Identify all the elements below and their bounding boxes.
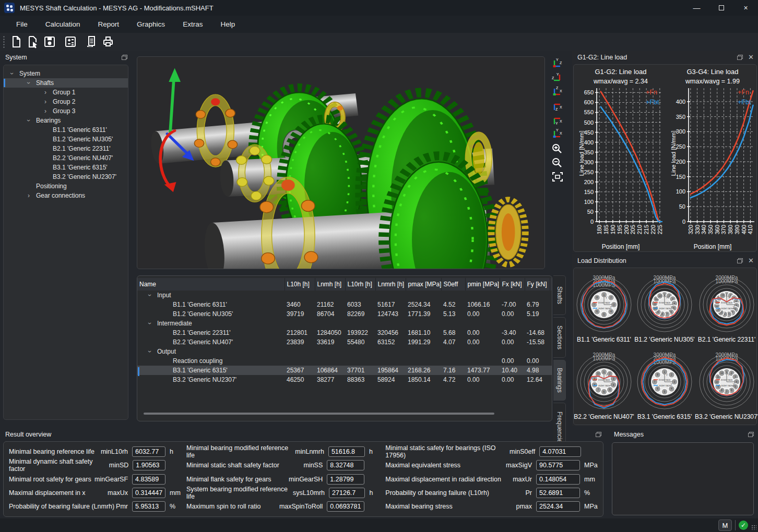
tree-item-bearings[interactable]: ›Bearings — [4, 116, 128, 125]
column-header[interactable]: L10h [h] — [285, 278, 315, 291]
result-value-field[interactable]: 90.5775 — [536, 460, 580, 470]
table-row[interactable]: B1.2 'Generic NU305'39719867048226912474… — [137, 309, 552, 319]
tree-item-gear-connections[interactable]: ›Gear connections — [4, 191, 128, 200]
save-file-button[interactable] — [42, 34, 57, 49]
tree-item-b1-1-generic-6311[interactable]: B1.1 'Generic 6311' — [4, 125, 128, 135]
result-value-field[interactable]: 5.95313 — [132, 501, 165, 512]
result-value-field[interactable]: 4.83589 — [132, 474, 165, 485]
view-zy-button[interactable]: ZY — [549, 71, 565, 84]
table-row[interactable]: B2.2 'Generic NU407'23839336195548063152… — [137, 337, 552, 347]
column-header[interactable]: pmax [MPa] — [406, 278, 441, 291]
view-yz-button[interactable]: YZ — [549, 57, 565, 70]
column-header[interactable]: S0eff — [441, 278, 465, 291]
tree-item-b2-1-generic-22311[interactable]: B2.1 'Generic 22311' — [4, 144, 128, 153]
tree-item-group-1[interactable]: ›Group 1 — [4, 88, 128, 97]
tree-item-group-3[interactable]: ›Group 3 — [4, 106, 128, 116]
report-button[interactable] — [84, 34, 99, 49]
result-value-field[interactable]: 27126.7 — [329, 488, 365, 498]
chevron-right-icon[interactable]: › — [42, 89, 49, 96]
chevron-right-icon[interactable]: › — [42, 98, 49, 105]
maximize-button[interactable] — [709, 0, 733, 16]
tree-item-positioning[interactable]: Positioning — [4, 182, 128, 191]
float-panel-icon[interactable] — [748, 432, 754, 437]
tree-item-b3-2-generic-nu2307[interactable]: B3.2 'Generic NU2307' — [4, 172, 128, 182]
chevron-right-icon[interactable]: › — [42, 107, 49, 115]
view-xz-button[interactable]: ZX — [549, 100, 565, 113]
float-panel-icon[interactable] — [737, 55, 743, 60]
tree-item-b3-1-generic-6315[interactable]: B3.1 'Generic 6315' — [4, 163, 128, 172]
column-header[interactable]: Name — [137, 278, 285, 291]
menu-extras[interactable]: Extras — [174, 17, 211, 31]
chevron-down-icon[interactable]: › — [146, 292, 153, 298]
zoom-fit-button[interactable] — [549, 170, 565, 183]
tree-item-shafts[interactable]: ›Shafts — [4, 78, 128, 88]
column-header[interactable]: pmin [MPa] — [465, 278, 500, 291]
result-value-field[interactable]: 0.314447 — [132, 488, 165, 498]
result-value-field[interactable]: 1.90563 — [133, 460, 165, 470]
table-group-row[interactable]: ›Output — [137, 347, 552, 356]
table-row[interactable]: B3.1 'Generic 6315'253671068643770119586… — [137, 366, 552, 375]
new-file-button[interactable] — [8, 34, 24, 49]
tab-shafts[interactable]: Shafts — [553, 275, 566, 315]
result-value-field[interactable]: 8.32748 — [327, 460, 364, 470]
column-header[interactable]: L10rh [h] — [345, 278, 375, 291]
view-yx-button[interactable]: YX — [549, 128, 565, 141]
messages-textarea[interactable] — [612, 442, 754, 515]
close-panel-icon[interactable]: ✕ — [748, 258, 754, 263]
chevron-down-icon[interactable]: › — [25, 117, 32, 124]
result-value-field[interactable]: 4.07031 — [539, 446, 581, 457]
chevron-down-icon[interactable]: › — [8, 70, 16, 77]
calculate-button[interactable] — [63, 34, 78, 49]
result-value-field[interactable]: 6032.77 — [132, 446, 165, 457]
tree-item-group-2[interactable]: ›Group 2 — [4, 97, 128, 106]
close-button[interactable]: × — [733, 0, 758, 16]
chevron-down-icon[interactable]: › — [146, 348, 153, 355]
table-row[interactable]: B1.1 'Generic 6311'346021162603351617252… — [137, 300, 552, 309]
menu-help[interactable]: Help — [211, 17, 244, 31]
resize-grip[interactable] — [751, 525, 756, 530]
view-zx-button[interactable]: ZX — [549, 86, 565, 99]
minimize-button[interactable]: — — [684, 0, 709, 16]
result-value-field[interactable]: 2524.34 — [536, 501, 580, 512]
table-horizontal-scrollbar[interactable] — [144, 413, 494, 415]
zoom-out-button[interactable] — [549, 156, 565, 169]
table-row[interactable]: B2.1 'Generic 22311'21280112840501939223… — [137, 328, 552, 337]
tree-item-b1-2-generic-nu305[interactable]: B1.2 'Generic NU305' — [4, 135, 128, 144]
print-button[interactable] — [100, 34, 116, 49]
column-header[interactable]: Lnmrh [h] — [375, 278, 406, 291]
menu-report[interactable]: Report — [89, 17, 128, 31]
message-mode-button[interactable]: M — [718, 519, 732, 531]
menu-calculation[interactable]: Calculation — [37, 17, 89, 31]
tab-sections[interactable]: Sections — [553, 317, 566, 358]
view-xy-button[interactable]: YX — [549, 114, 565, 127]
column-header[interactable]: Fz [kN] — [550, 278, 552, 291]
tree-item-b2-2-generic-nu407[interactable]: B2.2 'Generic NU407' — [4, 153, 128, 163]
chevron-right-icon[interactable]: › — [26, 192, 32, 199]
result-value-field[interactable]: 0.0693781 — [327, 501, 364, 512]
3d-viewport[interactable] — [137, 56, 545, 269]
chevron-down-icon[interactable]: › — [25, 80, 32, 86]
float-panel-icon[interactable] — [737, 258, 743, 263]
result-value-field[interactable]: 0.148054 — [536, 474, 580, 485]
zoom-in-button[interactable] — [549, 142, 565, 155]
table-row[interactable]: B3.2 'Generic NU2307'4625038277883635892… — [137, 375, 552, 384]
table-group-row[interactable]: ›Input — [137, 291, 552, 300]
column-header[interactable]: Fy [kN] — [525, 278, 550, 291]
chevron-down-icon[interactable]: › — [146, 320, 153, 327]
table-group-row[interactable]: ›Intermediate — [137, 319, 552, 328]
result-value-field[interactable]: 1.28799 — [327, 474, 364, 485]
toolbar-drag-handle[interactable] — [3, 35, 5, 48]
float-panel-icon[interactable] — [122, 55, 127, 60]
tab-bearings[interactable]: Bearings — [553, 360, 566, 401]
tree-item-system[interactable]: ›System — [4, 69, 128, 78]
result-value-field[interactable]: 52.6891 — [536, 488, 580, 498]
float-panel-icon[interactable] — [596, 432, 601, 437]
column-header[interactable]: Fx [kN] — [500, 278, 525, 291]
menu-graphics[interactable]: Graphics — [128, 17, 174, 31]
close-panel-icon[interactable]: ✕ — [748, 55, 754, 60]
result-value-field[interactable]: 51616.8 — [328, 446, 365, 457]
open-file-button[interactable] — [25, 34, 41, 49]
menu-file[interactable]: File — [7, 17, 37, 31]
column-header[interactable]: Lnmh [h] — [315, 278, 345, 291]
table-row[interactable]: Reaction coupling0.000.000.001892.8 — [137, 356, 552, 366]
